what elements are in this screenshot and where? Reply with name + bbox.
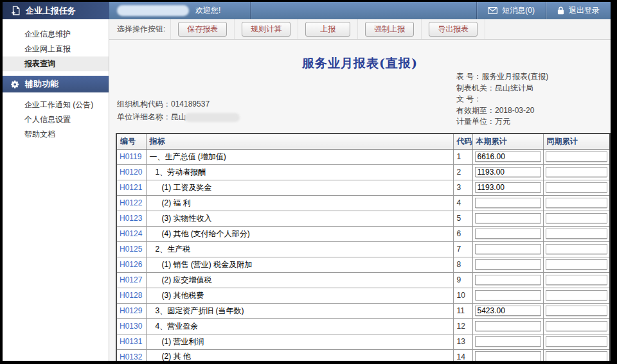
current-period-input[interactable]	[475, 182, 541, 193]
same-period-input[interactable]	[546, 336, 608, 347]
messages-label: 短消息(0)	[502, 5, 535, 16]
same-period-input[interactable]	[546, 351, 608, 361]
current-period-cell	[472, 241, 543, 257]
indicator-cell: (2) 应交增值税	[146, 272, 453, 288]
current-period-input[interactable]	[475, 198, 541, 208]
current-period-input[interactable]	[475, 213, 541, 223]
same-period-cell	[543, 349, 610, 361]
org-info-block: 组织机构代码：014189537 单位详细名称：昆山	[117, 98, 240, 123]
org-name-redacted	[184, 113, 240, 122]
meta-value: 服务业月报表(直报)	[481, 72, 548, 81]
current-period-input[interactable]	[475, 259, 541, 270]
current-period-input[interactable]	[475, 321, 541, 331]
gear-icon	[11, 80, 19, 89]
row-id-link[interactable]: H0121	[120, 183, 142, 192]
lock-icon	[557, 6, 564, 15]
row-id-cell: H0132	[116, 349, 146, 361]
sidebar-item[interactable]: 帮助文档	[3, 127, 109, 142]
welcome-text: 欢迎您!	[195, 5, 220, 16]
meta-value: 昆山统计局	[495, 83, 533, 92]
org-code-value: 014189537	[171, 100, 210, 108]
org-code-label: 组织机构代码：	[117, 100, 171, 108]
same-period-input[interactable]	[546, 259, 608, 270]
row-id-cell: H0119	[116, 149, 146, 164]
code-cell: 11	[453, 303, 472, 318]
current-period-input[interactable]	[475, 229, 541, 239]
logout-label: 退出登录	[569, 5, 600, 16]
same-period-input[interactable]	[546, 182, 608, 193]
meta-value: 万元	[495, 117, 510, 126]
row-id-link[interactable]: H0119	[120, 152, 141, 161]
app-header: 企业上报任务	[3, 2, 109, 19]
sidebar-item[interactable]: 报表查询	[3, 56, 109, 71]
row-id-link[interactable]: H0124	[120, 229, 142, 238]
toolbar-button-cell: 保存报表	[171, 19, 235, 39]
current-period-cell	[472, 164, 543, 180]
meta-label: 文 号：	[456, 94, 481, 103]
meta-label: 制表机关：	[456, 83, 495, 92]
sidebar-item[interactable]: 个人信息设置	[3, 112, 109, 127]
export-report-button[interactable]: 导出报表	[429, 22, 478, 37]
submit-button[interactable]: 上报	[305, 22, 350, 37]
indicator-cell: (3) 实物性收入	[146, 211, 453, 226]
meta-value: 2018-03-20	[495, 106, 534, 115]
rule-calc-button[interactable]: 规则计算	[242, 22, 291, 37]
current-period-input[interactable]	[475, 244, 541, 254]
row-id-link[interactable]: H0132	[120, 352, 142, 361]
current-period-cell	[472, 303, 543, 318]
force-submit-button[interactable]: 强制上报	[365, 22, 414, 37]
same-period-input[interactable]	[546, 244, 608, 254]
same-period-cell	[543, 164, 610, 180]
row-id-link[interactable]: H0130	[120, 322, 142, 331]
current-period-input[interactable]	[475, 336, 541, 347]
row-id-link[interactable]: H0131	[120, 337, 142, 346]
same-period-input[interactable]	[546, 229, 608, 239]
same-period-input[interactable]	[546, 198, 608, 208]
current-period-input[interactable]	[475, 290, 541, 300]
sidebar-item[interactable]: 企业信息维护	[3, 27, 109, 42]
report-meta-line: 表 号：服务业月报表(直报)	[456, 71, 548, 83]
messages-link[interactable]: 短消息(0)	[476, 2, 546, 19]
code-cell: 14	[453, 349, 472, 361]
current-period-input[interactable]	[475, 351, 541, 361]
current-period-input[interactable]	[475, 275, 541, 285]
toolbar-button-cell: 强制上报	[358, 19, 422, 39]
current-period-input[interactable]	[475, 152, 541, 162]
app-window: 企业上报任务 欢迎您! 短消息(0) 退出登录	[3, 2, 611, 361]
code-cell: 8	[453, 257, 472, 272]
row-id-cell: H0121	[116, 180, 146, 195]
logout-link[interactable]: 退出登录	[546, 2, 611, 19]
same-period-input[interactable]	[546, 213, 608, 223]
row-id-link[interactable]: H0128	[120, 291, 142, 300]
current-period-input[interactable]	[475, 306, 541, 316]
table-row: H01252、生产税7	[116, 241, 610, 257]
same-period-input[interactable]	[546, 321, 608, 331]
indicator-cell: 一、生产总值 (增加值)	[146, 149, 453, 164]
sidebar-item[interactable]: 企业工作通知 (公告)	[3, 98, 109, 112]
same-period-input[interactable]	[546, 152, 608, 162]
toolbar-button-cell: 上报	[298, 19, 358, 39]
same-period-cell	[543, 288, 610, 303]
current-period-input[interactable]	[475, 167, 541, 177]
row-id-link[interactable]: H0126	[120, 260, 142, 269]
report-table: 编号指标代码本期累计同期累计 H0119一、生产总值 (增加值)1H01201、…	[116, 133, 611, 361]
action-toolbar: 选择操作按钮: 保存报表规则计算上报强制上报导出报表	[109, 19, 611, 40]
meta-label: 计量单位：	[456, 117, 495, 126]
row-id-link[interactable]: H0125	[120, 245, 142, 254]
same-period-input[interactable]	[546, 275, 608, 285]
row-id-link[interactable]: H0127	[120, 275, 142, 284]
row-id-link[interactable]: H0129	[120, 306, 142, 315]
save-report-button[interactable]: 保存报表	[178, 22, 227, 37]
same-period-input[interactable]	[546, 290, 608, 300]
sidebar-item[interactable]: 企业网上直报	[3, 42, 109, 56]
code-cell: 13	[453, 334, 472, 349]
row-id-link[interactable]: H0122	[120, 198, 142, 207]
row-id-link[interactable]: H0123	[120, 214, 142, 223]
same-period-input[interactable]	[546, 306, 608, 316]
toolbar-button-cell: 规则计算	[235, 19, 298, 39]
table-row: H0127(2) 应交增值税9	[116, 272, 610, 288]
row-id-link[interactable]: H0120	[120, 168, 142, 177]
indicator-cell: (2) 其 他	[146, 349, 453, 361]
row-id-cell: H0120	[116, 164, 146, 180]
same-period-input[interactable]	[546, 167, 608, 177]
